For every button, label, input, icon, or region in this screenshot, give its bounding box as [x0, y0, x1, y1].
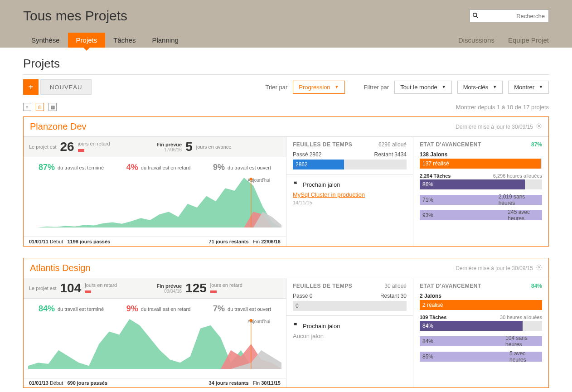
advancement-title: ETAT D'AVANCEMENT — [420, 141, 481, 148]
next-milestone-title: Prochain jalon — [303, 323, 340, 329]
no-milestone: Aucun jalon — [293, 333, 407, 339]
view-list-icon[interactable]: ≡ — [23, 103, 31, 111]
page-title: Tous mes Projets — [23, 8, 127, 24]
main-tabs: Synthèse Projets Tâches Planning — [23, 33, 187, 48]
gear-icon[interactable] — [536, 123, 542, 131]
timesheet-title: FEUILLES DE TEMPS — [293, 283, 352, 289]
flag-icon — [293, 181, 299, 189]
section-heading: Projets — [23, 57, 549, 71]
tab-taches[interactable]: Tâches — [105, 33, 144, 48]
tab-planning[interactable]: Planning — [144, 33, 186, 48]
view-chart-icon[interactable]: ılı — [36, 103, 44, 111]
svg-point-2 — [538, 125, 540, 127]
timesheet-title: FEUILLES DE TEMPS — [293, 141, 352, 148]
project-title[interactable]: Planzone Dev — [30, 121, 87, 132]
tags-dropdown[interactable]: Mots-clés▼ — [457, 81, 503, 94]
search-box[interactable] — [470, 10, 549, 22]
plus-icon: + — [28, 82, 34, 92]
filter-label: Filtrer par — [364, 84, 389, 91]
burndown-chart: Aujourd'hui — [24, 178, 286, 237]
milestone-link[interactable]: MySql Cluster in production — [293, 191, 365, 198]
last-updated: Dernière mise à jour le 30/09/15 — [456, 264, 542, 272]
timesheet-bar: 0 — [293, 301, 407, 311]
project-title[interactable]: Atlantis Design — [30, 263, 90, 273]
filter-dropdown[interactable]: Tout le monde▼ — [394, 81, 452, 94]
svg-point-0 — [473, 13, 477, 16]
add-button[interactable]: + — [23, 79, 39, 95]
advancement-title: ETAT D'AVANCEMENT — [420, 283, 481, 289]
tab-projets[interactable]: Projets — [68, 33, 106, 48]
sort-dropdown[interactable]: Progression▼ — [293, 81, 344, 94]
next-milestone-title: Prochain jalon — [303, 181, 340, 188]
last-updated: Dernière mise à jour le 30/09/15 — [456, 123, 542, 131]
view-grid-icon[interactable]: ▦ — [48, 103, 57, 111]
chevron-down-icon: ▼ — [493, 85, 497, 89]
svg-point-5 — [538, 266, 540, 268]
show-dropdown[interactable]: Montrer▼ — [508, 81, 549, 94]
gear-icon[interactable] — [536, 264, 542, 272]
search-input[interactable] — [481, 11, 548, 21]
chevron-down-icon: ▼ — [539, 85, 543, 89]
new-button[interactable]: NOUVEAU — [40, 79, 92, 95]
link-discussions[interactable]: Discussions — [458, 36, 494, 44]
svg-line-1 — [476, 16, 478, 18]
project-card: Planzone Dev Dernière mise à jour le 30/… — [23, 116, 549, 247]
flag-icon — [293, 322, 299, 330]
link-equipe[interactable]: Equipe Projet — [508, 36, 549, 44]
project-card: Atlantis Design Dernière mise à jour le … — [23, 258, 549, 388]
chevron-down-icon: ▼ — [442, 85, 446, 89]
chevron-down-icon: ▼ — [335, 85, 339, 89]
search-icon — [470, 12, 481, 20]
tab-synthese[interactable]: Synthèse — [23, 33, 68, 48]
timesheet-bar: 2862 — [293, 160, 407, 169]
burndown-chart: Aujourd'hui — [24, 319, 286, 378]
results-counter: Montrer depuis 1 à 10 de 17 projets — [456, 104, 549, 111]
sort-label: Trier par — [266, 84, 288, 91]
